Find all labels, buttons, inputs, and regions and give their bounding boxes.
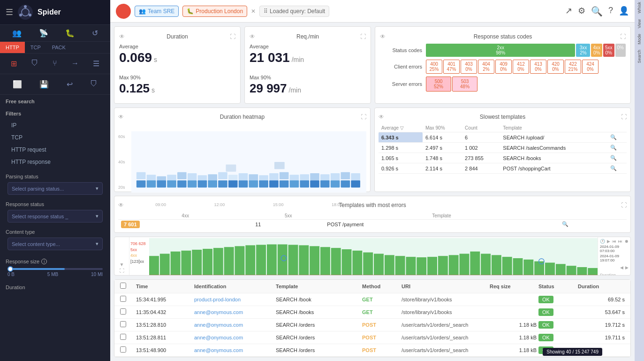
mode-icon[interactable]: Mode bbox=[637, 34, 642, 45]
error-412[interactable]: 4120% bbox=[513, 60, 529, 74]
users-icon[interactable]: 👥 bbox=[12, 29, 22, 38]
close-icon[interactable]: ✕ bbox=[251, 8, 256, 15]
error-header-5xx[interactable]: 5xx bbox=[252, 212, 324, 220]
col-duration[interactable]: Duration bbox=[578, 284, 625, 289]
list-icon[interactable]: ☰ bbox=[91, 57, 101, 70]
search-icon3[interactable]: 🔍 bbox=[610, 155, 617, 161]
maximize-icon2[interactable]: ⛶ bbox=[360, 33, 366, 40]
search-icon2[interactable]: 🔍 bbox=[610, 145, 617, 150]
maximize-icon4[interactable]: ⛶ bbox=[361, 114, 366, 120]
slowest-header-avg[interactable]: Average ▽ bbox=[379, 124, 423, 132]
table-row[interactable]: 13:51:28.810 anne@onymous.com SEARCH /or… bbox=[114, 319, 630, 331]
row2-checkbox[interactable] bbox=[120, 308, 126, 315]
arrow-icon[interactable]: → bbox=[69, 57, 81, 70]
row5-checkbox[interactable] bbox=[120, 346, 126, 353]
collapse-icon[interactable]: ▼ bbox=[120, 262, 124, 267]
error-header-template[interactable]: Template bbox=[324, 212, 559, 220]
status-4xx-bar[interactable]: 4xx0% bbox=[591, 44, 602, 57]
status-5xx-bar[interactable]: 5xx0% bbox=[603, 44, 614, 57]
eye-off-icon2[interactable]: 👁 bbox=[250, 33, 255, 40]
antenna-icon[interactable]: 📡 bbox=[39, 29, 48, 38]
row4-checkbox[interactable] bbox=[120, 334, 126, 340]
row3-checkbox[interactable] bbox=[120, 321, 126, 327]
table-row[interactable]: 15:34:41.995 product-prod-london SEARCH … bbox=[114, 293, 630, 306]
error-500[interactable]: 50052% bbox=[426, 77, 451, 92]
sidebar-item-http-request[interactable]: HTTP request bbox=[6, 144, 105, 156]
col-time[interactable]: Time bbox=[136, 284, 192, 289]
col-status[interactable]: Status bbox=[538, 284, 576, 289]
error-400[interactable]: 40025% bbox=[426, 60, 442, 74]
error-503[interactable]: 50348% bbox=[452, 77, 477, 92]
sidebar-item-ip[interactable]: IP bbox=[6, 119, 105, 131]
sidebar-item-tcp[interactable]: TCP bbox=[6, 131, 105, 144]
maximize-icon5[interactable]: ⛶ bbox=[621, 114, 627, 120]
search-icon5[interactable]: 🔍 bbox=[562, 221, 568, 227]
grid-icon[interactable]: ⊞ bbox=[9, 57, 19, 70]
status-2xx-bar[interactable]: 2xx98% bbox=[426, 44, 575, 57]
error-401[interactable]: 40147% bbox=[443, 60, 460, 74]
menu-icon[interactable]: ☰ bbox=[6, 7, 13, 17]
error-header-4xx[interactable]: 4xx bbox=[118, 212, 252, 220]
slowest-header-template[interactable]: Template bbox=[500, 124, 607, 132]
maximize-icon[interactable]: ⛶ bbox=[230, 33, 235, 40]
env-tag[interactable]: 🐛 Production London bbox=[182, 6, 247, 17]
col-uri[interactable]: URI bbox=[402, 284, 488, 289]
col-identification[interactable]: Identification bbox=[194, 284, 274, 289]
timeline-skip-back-icon[interactable]: ⏮ bbox=[612, 239, 616, 244]
table-row[interactable]: 11:35:04.432 anne@onymous.com SEARCH /bo… bbox=[114, 306, 630, 319]
tab-pack[interactable]: PACK bbox=[46, 42, 71, 53]
row1-checkbox[interactable] bbox=[120, 296, 126, 302]
slowest-header-max[interactable]: Max 90% bbox=[423, 124, 462, 132]
arrow-left-icon[interactable]: ◀ bbox=[620, 265, 623, 270]
eye-off-icon[interactable]: 👁 bbox=[119, 33, 125, 40]
table-row[interactable]: 6.343 s 6.614 s 6 SEARCH /upload/ 🔍 bbox=[379, 132, 627, 143]
error-404[interactable]: 4042% bbox=[478, 60, 494, 74]
error-422[interactable]: 42221% bbox=[565, 60, 581, 74]
error-403[interactable]: 4030% bbox=[461, 60, 477, 74]
recording-button[interactable] bbox=[116, 4, 131, 19]
col-template[interactable]: Template bbox=[276, 284, 360, 289]
eye-off-icon3[interactable]: 👁 bbox=[380, 33, 386, 40]
table-row[interactable]: 0.926 s 2.114 s 2 844 POST /shoppingCart… bbox=[379, 163, 627, 174]
query-tag[interactable]: ⠿ Loaded query: Default bbox=[259, 6, 329, 17]
col-method[interactable]: Method bbox=[362, 284, 400, 289]
timeline-play-icon[interactable]: ▶ bbox=[607, 239, 610, 244]
search-icon4[interactable]: 🔍 bbox=[610, 165, 617, 171]
select-all-checkbox[interactable] bbox=[120, 283, 126, 289]
team-tag[interactable]: 👥 Team SRE bbox=[135, 6, 179, 17]
timeline-skip-fwd-icon[interactable]: ⏭ bbox=[618, 239, 622, 244]
error-424[interactable]: 4240% bbox=[582, 60, 599, 74]
arrow-right-icon[interactable]: ▶ bbox=[625, 265, 629, 270]
table-row[interactable]: 13:51:28.811 anne@onymous.com SEARCH /or… bbox=[114, 331, 630, 344]
eye-off-icon6[interactable]: 👁 bbox=[118, 202, 124, 208]
parsing-status-select[interactable]: Select parsing status... ▾ bbox=[8, 182, 103, 195]
refresh-icon[interactable]: ↺ bbox=[92, 29, 98, 38]
bug-icon[interactable]: 🐛 bbox=[65, 29, 75, 38]
whisk-icon[interactable]: Whisk bbox=[637, 2, 642, 14]
search-icon[interactable]: 🔍 bbox=[610, 134, 617, 140]
maximize-icon6[interactable]: ⛶ bbox=[621, 202, 627, 208]
tab-http[interactable]: HTTP bbox=[0, 42, 25, 53]
status-3xx-bar[interactable]: 3xx2% bbox=[576, 44, 590, 57]
error-420[interactable]: 4200% bbox=[547, 60, 564, 74]
maximize-icon3[interactable]: ⛶ bbox=[620, 33, 626, 40]
status-gray-bar[interactable]: 0% bbox=[615, 44, 626, 57]
response-status-select[interactable]: Select response status _ ▾ bbox=[8, 210, 103, 223]
timeline-record-icon[interactable]: ⏺ bbox=[624, 239, 629, 244]
search-side-icon[interactable]: Search bbox=[637, 50, 642, 63]
slowest-header-count[interactable]: Count bbox=[462, 124, 500, 132]
help-icon[interactable]: ? bbox=[608, 6, 613, 17]
settings-icon[interactable]: ⚙ bbox=[578, 6, 585, 17]
sidebar-item-http-response[interactable]: HTTP response bbox=[6, 156, 105, 168]
error-409[interactable]: 4090% bbox=[495, 60, 512, 74]
window-icon[interactable]: ⬜ bbox=[11, 78, 24, 91]
col-req-size[interactable]: Req size bbox=[490, 284, 537, 289]
share-icon[interactable]: ↗ bbox=[565, 6, 572, 17]
table-row[interactable]: 1.065 s 1.748 s 273 855 SEARCH /books 🔍 bbox=[379, 153, 627, 163]
tab-tcp[interactable]: TCP bbox=[25, 42, 46, 53]
table-row[interactable]: 7 601 11 POST /payment 🔍 bbox=[118, 220, 627, 229]
account-icon[interactable]: 👤 bbox=[619, 6, 629, 17]
error-413[interactable]: 4130% bbox=[530, 60, 546, 74]
save-icon[interactable]: 💾 bbox=[38, 78, 51, 91]
table-row[interactable]: 1.298 s 2.497 s 1 002 SEARCH /salesComma… bbox=[379, 143, 627, 153]
